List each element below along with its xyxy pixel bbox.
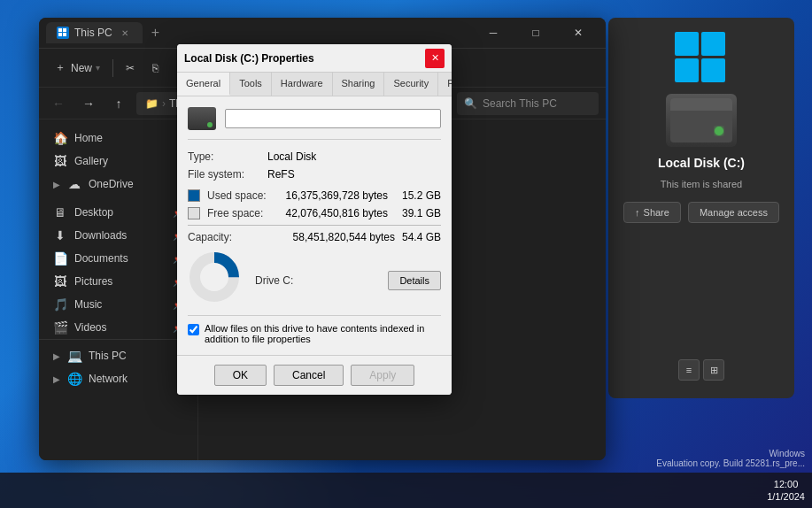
svg-rect-2 [58,33,62,36]
search-box[interactable]: 🔍 Search This PC [457,92,599,115]
drive-name-input[interactable] [225,109,441,128]
desktop-icon: 🖥 [53,205,67,219]
grid-view-button[interactable]: ⊞ [703,359,724,381]
network-icon: 🌐 [67,372,81,386]
tab-icon [57,27,69,39]
close-button[interactable]: ✕ [558,19,599,46]
thispc-icon: 💻 [67,349,81,363]
sidebar-item-videos[interactable]: 🎬 Videos 📌 [43,316,194,339]
dialog-close-button[interactable]: ✕ [425,49,445,68]
svg-rect-11 [701,58,725,82]
svg-rect-1 [63,28,66,32]
minimize-button[interactable]: ─ [473,19,514,46]
properties-dialog: Local Disk (C:) Properties ✕ General Too… [177,44,452,395]
sidebar: 🏠 Home 🖼 Gallery ▶ ☁ OneDrive 🖥 Desktop … [39,119,198,460]
cancel-button[interactable]: Cancel [274,365,344,386]
taskbar-clock: 12:00 1/1/2024 [767,478,805,504]
sidebar-item-downloads[interactable]: ⬇ Downloads 📌 [43,224,194,247]
window-controls: ─ □ ✕ [473,19,599,46]
capacity-label: Capacity: [188,231,259,243]
search-placeholder: Search This PC [483,97,557,110]
drive-label-row: Drive C: Details [255,271,441,290]
sidebar-label-pictures: Pictures [74,275,112,288]
right-panel-title: Local Disk (C:) [658,156,745,170]
drive-label: Drive C: [255,274,293,287]
right-panel-subtitle: This item is shared [661,179,742,189]
tab-sharing[interactable]: Sharing [333,73,385,96]
apply-button[interactable]: Apply [351,365,414,386]
right-panel: Local Disk (C:) This item is shared ↑ Sh… [608,18,794,398]
tab-security[interactable]: Security [384,73,438,96]
right-panel-actions: ↑ Share Manage access [623,202,779,223]
cut-button[interactable]: ✂ [119,58,142,78]
details-button[interactable]: Details [388,271,441,290]
expand-icon: ▶ [53,180,60,189]
free-color-swatch [188,207,200,219]
address-folder-icon: 📁 [145,97,159,110]
desktop: This PC ✕ + ─ □ ✕ ＋ New ▾ ✂ ⎘ [0,0,812,508]
space-section: Used space: 16,375,369,728 bytes 15.2 GB… [188,189,441,243]
new-button[interactable]: ＋ New ▾ [46,58,107,79]
taskbar-date: 1/1/2024 [767,490,805,503]
view-toggle: ≡ ⊞ [678,359,724,381]
used-space-row: Used space: 16,375,369,728 bytes 15.2 GB [188,189,441,202]
list-view-button[interactable]: ≡ [678,359,700,381]
explorer-tab[interactable]: This PC ✕ [46,22,143,43]
sidebar-label-videos: Videos [74,321,106,334]
dialog-body: Type: Local Disk File system: ReFS Used … [177,96,452,355]
documents-icon: 📄 [53,251,67,266]
sidebar-item-network[interactable]: ▶ 🌐 Network [43,367,194,390]
sidebar-item-home[interactable]: 🏠 Home [43,127,194,150]
path-separator: › [162,97,166,110]
used-space-gb: 15.2 GB [402,189,441,202]
sidebar-item-documents[interactable]: 📄 Documents 📌 [43,247,194,270]
checkbox-row: Allow files on this drive to have conten… [188,315,441,344]
sidebar-item-music[interactable]: 🎵 Music 📌 [43,293,194,316]
sidebar-item-pictures[interactable]: 🖼 Pictures 📌 [43,270,194,293]
dialog-drive-dot [207,122,213,127]
used-space-label: Used space: [207,189,278,202]
free-space-row: Free space: 42,076,450,816 bytes 39.1 GB [188,207,441,219]
tab-tools[interactable]: Tools [230,73,272,96]
maximize-button[interactable]: □ [515,19,556,46]
hdd-icon [666,94,737,147]
sidebar-label-network: Network [89,373,128,385]
sidebar-item-onedrive[interactable]: ▶ ☁ OneDrive [43,173,194,196]
back-button[interactable]: ← [46,91,71,116]
tab-hardware[interactable]: Hardware [272,73,333,96]
dialog-tabs: General Tools Hardware Sharing Security … [177,73,452,96]
copy-button[interactable]: ⎘ [145,58,166,78]
svg-rect-9 [701,32,725,56]
type-row: Type: Local Disk [188,150,441,163]
sidebar-label-gallery: Gallery [74,155,108,167]
capacity-row: Capacity: 58,451,820,544 bytes 54.4 GB [188,225,441,243]
dialog-header [188,107,441,140]
up-button[interactable]: ↑ [106,91,131,116]
free-space-label: Free space: [207,207,278,219]
downloads-icon: ⬇ [53,228,67,242]
dialog-title: Local Disk (C:) Properties [184,52,425,65]
sidebar-label-desktop: Desktop [74,206,113,219]
manage-access-button[interactable]: Manage access [688,202,779,223]
sidebar-item-thispc[interactable]: ▶ 💻 This PC [43,344,194,367]
sidebar-item-gallery[interactable]: 🖼 Gallery [43,150,194,173]
index-checkbox[interactable] [188,324,199,335]
tab-general[interactable]: General [177,73,230,96]
capacity-bytes: 58,451,820,544 bytes [293,231,395,243]
sidebar-item-desktop[interactable]: 🖥 Desktop 📌 [43,201,194,224]
separator [112,59,113,77]
gallery-icon: 🖼 [53,154,67,168]
ok-button[interactable]: OK [214,365,267,386]
sidebar-label-downloads: Downloads [74,229,127,242]
tab-close-button[interactable]: ✕ [118,26,132,40]
sidebar-label-home: Home [74,132,103,144]
used-color-swatch [188,189,200,202]
tab-previous-versions[interactable]: Previous Versions [438,73,452,96]
type-label: Type: [188,150,267,163]
new-tab-button[interactable]: + [146,23,165,42]
pictures-icon: 🖼 [53,274,67,289]
free-space-bytes: 42,076,450,816 bytes [286,207,388,219]
windows-info: Windows Evaluation copy. Build 25281.rs_… [656,449,805,468]
share-button-panel[interactable]: ↑ Share [623,202,681,223]
forward-button[interactable]: → [76,91,101,116]
